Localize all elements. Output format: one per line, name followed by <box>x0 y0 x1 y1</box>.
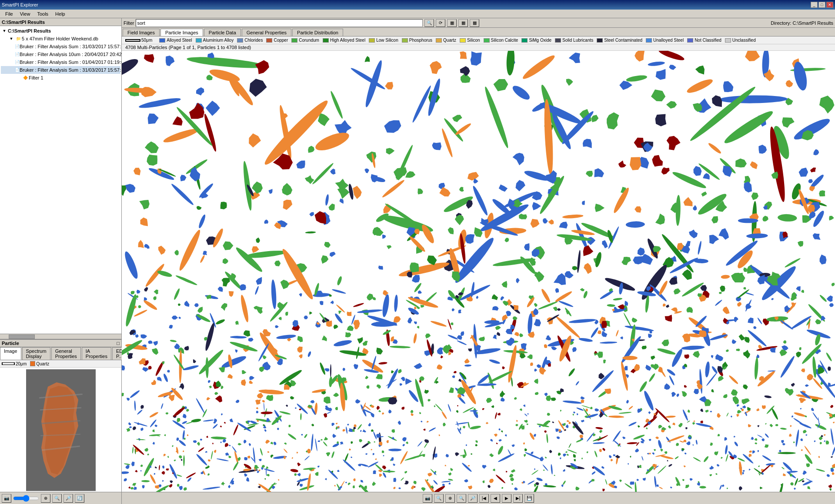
legend-chlorides: Chlorides <box>237 38 263 43</box>
menu-file[interactable]: File <box>2 10 17 17</box>
legend-swatch-copper <box>266 38 272 43</box>
analysis4-label: Bruker : Filter Analysis Sum : 31/03/201… <box>20 67 121 73</box>
legend-bar: 50μm Alloyed Steel Aluminium Alloy Chlor… <box>122 36 835 44</box>
pctrl-btn-5[interactable]: 🔄 <box>75 494 84 503</box>
filter-col-btn1[interactable]: ▦ <box>447 19 457 27</box>
particle-image-toolbar: 20μm Quartz <box>0 360 121 368</box>
file-icon-2: 📄 <box>15 51 20 58</box>
tree-label: C:\SmartPI Results <box>8 28 51 33</box>
particle-image-content <box>0 368 121 492</box>
legend-alloyed-steel: Alloyed Steel <box>159 38 192 43</box>
folder-icon: 📁 <box>15 35 22 42</box>
tab-particle-data[interactable]: Particle Data <box>204 29 241 36</box>
legend-simgoxide-label: SiMg Oxide <box>529 38 551 43</box>
filter-col-btn3[interactable]: ▦ <box>470 19 479 27</box>
tab-particle-images[interactable]: Particle Images <box>160 29 203 36</box>
particle-expand-icon[interactable]: □ <box>117 341 120 346</box>
expand-icon: ▼ <box>1 27 8 34</box>
scale-label: 20μm <box>16 361 27 366</box>
tab-particle-distribution[interactable]: Particle Distribution <box>292 29 343 36</box>
bottom-btn-plus[interactable]: ⊕ <box>445 494 455 503</box>
bottom-btn-search2[interactable]: 🔎 <box>468 494 478 503</box>
filter-refresh-btn[interactable]: ⟳ <box>436 19 445 27</box>
ptab-image[interactable]: Image <box>0 347 21 360</box>
legend-steel-contaminated: Steel Contaminated <box>597 38 642 43</box>
legend-swatch-steel-contaminated <box>597 38 603 43</box>
pctrl-btn-4[interactable]: 🔎 <box>63 494 73 503</box>
tree-item-filter1[interactable]: 🔶 Filter 1 <box>1 74 120 82</box>
menu-tools[interactable]: Tools <box>33 10 52 17</box>
window-controls: _ □ ✕ <box>811 2 833 8</box>
titlebar: SmartPI Explorer _ □ ✕ <box>0 0 835 10</box>
legend-unclassified: Unclassified <box>725 38 756 43</box>
scale-bar-container: 20μm <box>2 361 27 366</box>
legend-low-silicon-label: Low Silicon <box>376 38 398 43</box>
filter-bar: Filter 🔍 ⟳ ▦ ▦ ▦ Directory: C:\SmartPI R… <box>122 18 835 28</box>
bottom-btn-next[interactable]: ▶ <box>502 494 511 503</box>
minimize-button[interactable]: _ <box>811 2 818 8</box>
legend-phosphorus-label: Phosphorus <box>409 38 432 43</box>
tree-root-label: C:\SmartPI Results <box>2 20 45 25</box>
ptab-ia[interactable]: IA Properties <box>82 347 111 360</box>
legend-quartz: Quartz <box>436 38 456 43</box>
filter-input[interactable] <box>136 19 423 27</box>
tree-item-analysis3[interactable]: 📄 Bruker : Filter Analysis Sum : 01/04/2… <box>1 58 120 66</box>
pctrl-btn-3[interactable]: 🔍 <box>52 494 62 503</box>
filter-icon: 🔶 <box>22 74 29 81</box>
ptab-spectrum[interactable]: Spectrum Display <box>22 347 50 360</box>
filter-search-btn[interactable]: 🔍 <box>424 19 434 27</box>
legend-aluminium: Aluminium Alloy <box>196 38 234 43</box>
particle-count-text: 4708 Multi-Particles (Page 1 of 1, Parti… <box>125 45 251 50</box>
menu-view[interactable]: View <box>17 10 34 17</box>
legend-unalloyed-steel: Unalloyed Steel <box>646 38 684 43</box>
bottom-btn-prev-first[interactable]: |◀ <box>479 494 489 503</box>
file-icon-4: 📄 <box>15 66 20 73</box>
close-button[interactable]: ✕ <box>826 2 833 8</box>
particle-canvas[interactable] <box>122 51 835 492</box>
particle-legend-label: Quartz <box>36 361 49 366</box>
bottom-btn-camera[interactable]: 📷 <box>423 494 432 503</box>
ptab-general[interactable]: General Properties <box>51 347 81 360</box>
legend-not-classified-label: Not Classified <box>695 38 721 43</box>
tree-item-db[interactable]: ▼ 📁 5 x 47mm Filter Holder Weekend.db <box>1 35 120 43</box>
legend-swatch-alloyed <box>159 38 165 43</box>
particle-image-display <box>26 369 96 491</box>
analysis2-label: Bruker : Filter Analysis 10um : 20/04/20… <box>20 52 121 57</box>
legend-solid-lubricants: Solid Lubricants <box>555 38 593 43</box>
bottom-btn-next-last[interactable]: ▶| <box>513 494 523 503</box>
legend-low-silicon: Low Silicon <box>369 38 398 43</box>
zoom-slider[interactable] <box>13 495 39 501</box>
pctrl-btn-2[interactable]: ⊕ <box>41 494 50 503</box>
main-tabs-bar: Field Images Particle Images Particle Da… <box>122 28 835 36</box>
pctrl-btn-1[interactable]: 📷 <box>2 494 11 503</box>
tree-item-root[interactable]: ▼ C:\SmartPI Results <box>1 27 120 35</box>
bottom-btn-prev[interactable]: ◀ <box>491 494 500 503</box>
legend-solid-lubricants-label: Solid Lubricants <box>562 38 593 43</box>
bottom-btn-zoom[interactable]: 🔍 <box>434 494 444 503</box>
directory-label: Directory: C:\SmartPI Results <box>767 20 833 26</box>
maximize-button[interactable]: □ <box>818 2 825 8</box>
particle-panel-title: Particle <box>2 341 19 346</box>
legend-swatch-chlorides <box>237 38 243 43</box>
legend-swatch-unclassified <box>725 38 731 43</box>
particle-image-area <box>122 51 835 492</box>
tab-general-properties[interactable]: General Properties <box>242 29 291 36</box>
menu-help[interactable]: Help <box>52 10 69 17</box>
bottom-btn-search[interactable]: 🔍 <box>457 494 466 503</box>
legend-swatch-corundum <box>291 38 297 43</box>
left-panel-header: C:\SmartPI Results <box>0 18 121 26</box>
tab-field-images[interactable]: Field Images <box>123 29 160 36</box>
legend-swatch-silicon-calcite <box>484 38 490 43</box>
bottom-btn-save[interactable]: 💾 <box>524 494 534 503</box>
legend-swatch-unalloyed <box>646 38 652 43</box>
left-scrollbar[interactable] <box>0 334 121 339</box>
tree-item-analysis1[interactable]: 📄 Bruker : Filter Analysis Sum : 31/03/2… <box>1 43 120 50</box>
legend-simgoxide: SiMg Oxide <box>521 38 551 43</box>
tree-item-analysis2[interactable]: 📄 Bruker : Filter Analysis 10um : 20/04/… <box>1 50 120 58</box>
legend-swatch-low-silicon <box>369 38 375 43</box>
legend-copper-label: Copper <box>274 38 288 43</box>
legend-swatch-quartz <box>436 38 442 43</box>
filter-col-btn2[interactable]: ▦ <box>458 19 468 27</box>
legend-corundum-label: Corundum <box>299 38 319 43</box>
tree-item-analysis4[interactable]: 📄 Bruker : Filter Analysis Sum : 31/03/2… <box>1 66 120 74</box>
